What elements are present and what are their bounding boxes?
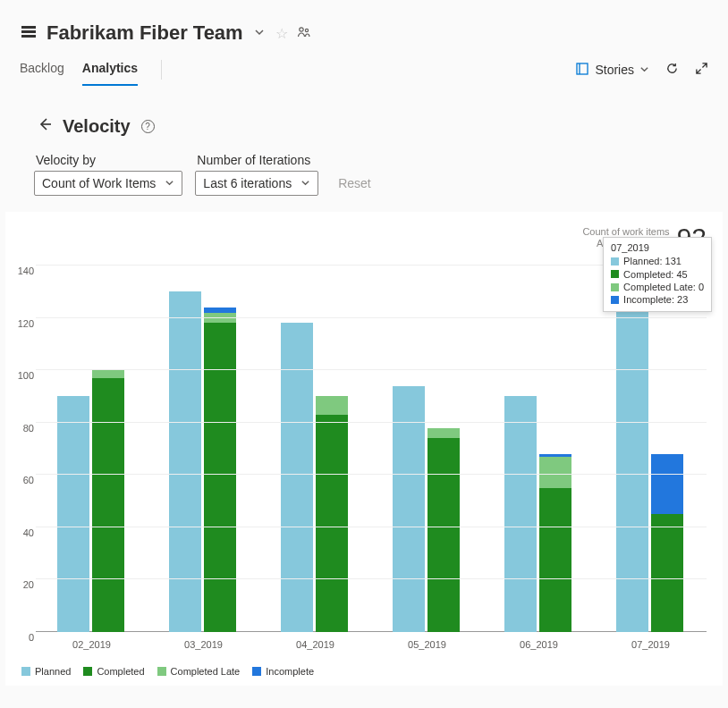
team-dropdown-chevron[interactable] <box>252 27 267 40</box>
bar-pair <box>57 370 127 632</box>
bar-stack[interactable] <box>539 454 571 632</box>
x-tick-label: 02_2019 <box>36 639 148 650</box>
x-tick-label: 03_2019 <box>148 639 259 650</box>
fullscreen-button[interactable] <box>695 62 708 79</box>
swatch-incomplete-icon <box>611 296 619 304</box>
bar-stack[interactable] <box>316 396 348 632</box>
bar-planned[interactable] <box>57 396 89 632</box>
iterations-label: Number of Iterations <box>195 153 318 167</box>
bar-segment-late[interactable] <box>204 313 236 324</box>
bar-segment-completed[interactable] <box>651 514 683 632</box>
svg-point-3 <box>299 27 302 30</box>
tab-analytics[interactable]: Analytics <box>82 54 138 86</box>
stats-line1: Count of work items <box>582 226 669 238</box>
bar-segment-late[interactable] <box>427 428 460 439</box>
bar-segment-late[interactable] <box>539 457 571 488</box>
x-tick-label: 05_2019 <box>371 639 483 650</box>
bar-stack[interactable] <box>651 454 683 632</box>
tooltip-completed: Completed: 45 <box>623 268 688 281</box>
swatch-planned-icon <box>611 257 619 266</box>
bar-group: 07_2019 <box>595 266 707 632</box>
legend-planned[interactable]: Planned <box>21 666 71 677</box>
bar-segment-completed[interactable] <box>92 378 124 632</box>
x-tick-label: 06_2019 <box>483 639 595 650</box>
gridline <box>36 474 707 475</box>
swatch-completed-icon <box>83 667 92 676</box>
chevron-down-icon <box>639 63 649 77</box>
iterations-value: Last 6 iterations <box>203 176 292 190</box>
tab-row: Backlog Analytics Stories <box>0 54 728 86</box>
bar-planned[interactable] <box>169 291 201 632</box>
help-icon[interactable]: ? <box>141 120 155 133</box>
bar-planned[interactable] <box>393 386 425 632</box>
velocity-by-select[interactable]: Count of Work Items <box>34 171 182 196</box>
velocity-by-label: Velocity by <box>34 153 182 167</box>
bar-segment-completed[interactable] <box>427 438 460 632</box>
tabs: Backlog Analytics <box>20 54 167 86</box>
y-tick: 100 <box>18 370 34 381</box>
chart-legend: Planned Completed Completed Late Incompl… <box>21 666 314 677</box>
bar-groups: 02_201903_201904_201905_201906_201907_20… <box>36 266 707 632</box>
stories-label: Stories <box>595 63 634 77</box>
bar-pair <box>616 289 686 632</box>
swatch-incomplete-icon <box>252 667 261 676</box>
gridline <box>36 317 707 318</box>
back-arrow-icon[interactable] <box>38 117 52 136</box>
reset-button[interactable]: Reset <box>331 176 371 196</box>
bar-segment-completed[interactable] <box>539 488 571 632</box>
bar-pair <box>393 386 462 632</box>
bar-segment-late[interactable] <box>316 396 348 415</box>
gridline <box>36 578 707 579</box>
y-tick: 20 <box>23 579 34 590</box>
iterations-select[interactable]: Last 6 iterations <box>195 171 318 196</box>
bar-stack[interactable] <box>427 428 460 632</box>
velocity-chart-card: Count of work items Average Velocity 92 … <box>5 212 723 686</box>
refresh-button[interactable] <box>665 62 679 79</box>
bar-group: 03_2019 <box>148 266 259 632</box>
tooltip-title: 07_2019 <box>611 242 704 253</box>
bar-group: 04_2019 <box>259 266 371 632</box>
svg-rect-5 <box>577 63 588 74</box>
legend-incomplete[interactable]: Incomplete <box>252 666 314 677</box>
legend-completed[interactable]: Completed <box>83 666 144 677</box>
bar-stack[interactable] <box>92 370 124 632</box>
svg-point-4 <box>305 29 308 31</box>
bar-planned[interactable] <box>616 289 648 632</box>
team-name[interactable]: Fabrikam Fiber Team <box>47 21 243 45</box>
bar-group: 05_2019 <box>371 266 483 632</box>
chart-tooltip: 07_2019 Planned: 131 Completed: 45 Compl… <box>603 237 712 311</box>
bar-segment-completed[interactable] <box>316 415 348 632</box>
velocity-chart[interactable]: 020406080100120140 02_201903_201904_2019… <box>36 266 707 632</box>
swatch-planned-icon <box>21 667 30 676</box>
y-axis: 020406080100120140 <box>14 266 36 632</box>
swatch-late-icon <box>611 283 619 291</box>
chevron-down-icon <box>301 178 310 190</box>
team-members-icon[interactable] <box>297 25 311 42</box>
chart-controls: Velocity by Count of Work Items Number o… <box>0 149 728 212</box>
tooltip-completed-late: Completed Late: 0 <box>623 281 704 293</box>
bar-group: 02_2019 <box>36 266 148 632</box>
team-header: Fabrikam Fiber Team ☆ <box>0 0 728 54</box>
svg-rect-2 <box>21 35 36 38</box>
x-tick-label: 07_2019 <box>595 639 707 650</box>
swatch-completed-icon <box>611 270 619 278</box>
bar-pair <box>504 396 574 632</box>
y-tick: 40 <box>23 527 34 538</box>
bar-segment-incomplete[interactable] <box>651 454 683 514</box>
stories-icon <box>575 62 589 79</box>
velocity-header: Velocity ? <box>0 86 728 149</box>
legend-completed-late[interactable]: Completed Late <box>157 666 241 677</box>
bar-planned[interactable] <box>504 396 537 632</box>
velocity-by-value: Count of Work Items <box>42 176 156 190</box>
gridline <box>36 369 707 370</box>
bar-stack[interactable] <box>204 308 236 632</box>
y-tick: 140 <box>18 266 34 276</box>
stories-dropdown[interactable]: Stories <box>575 62 649 79</box>
tab-backlog[interactable]: Backlog <box>20 54 64 86</box>
favorite-star-icon[interactable]: ☆ <box>275 25 288 42</box>
gridline <box>36 527 707 527</box>
tooltip-incomplete: Incomplete: 23 <box>623 293 688 306</box>
team-icon <box>20 22 38 44</box>
bar-segment-late[interactable] <box>92 370 124 378</box>
velocity-by-control: Velocity by Count of Work Items <box>34 153 182 196</box>
